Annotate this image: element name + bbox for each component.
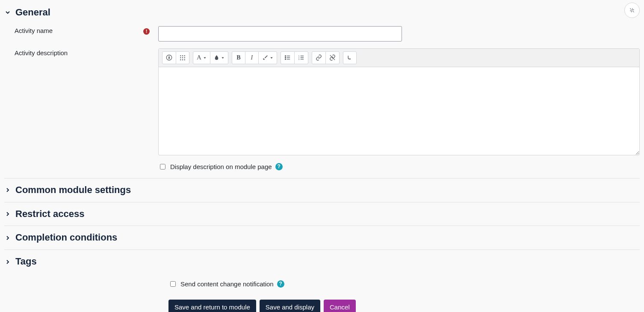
caret-down-icon — [221, 56, 225, 59]
svg-point-18 — [285, 59, 286, 60]
description-editor: A B I — [158, 48, 640, 155]
editor-link-button[interactable] — [312, 51, 326, 64]
editor-italic-button[interactable]: I — [245, 51, 259, 64]
save-display-button[interactable]: Save and display — [260, 300, 320, 312]
editor-a11y-button[interactable] — [162, 51, 176, 64]
caret-down-icon — [270, 56, 273, 59]
font-icon: A — [197, 54, 201, 61]
arrow-down-icon — [347, 55, 352, 60]
section-general-title: General — [15, 6, 50, 19]
chevron-right-icon — [4, 235, 11, 241]
svg-point-4 — [184, 55, 185, 56]
svg-point-7 — [184, 57, 185, 58]
send-notification-checkbox[interactable] — [170, 281, 176, 287]
editor-font-button[interactable]: A — [193, 51, 210, 64]
editor-unlink-button[interactable] — [325, 51, 340, 64]
collapse-icon — [629, 7, 635, 13]
editor-grid-button[interactable] — [176, 51, 189, 64]
svg-point-1 — [169, 56, 170, 57]
svg-point-3 — [182, 55, 183, 56]
svg-point-14 — [285, 56, 286, 56]
link-icon — [316, 54, 322, 61]
droplet-icon — [214, 55, 219, 60]
section-common-header[interactable]: Common module settings — [4, 178, 640, 202]
svg-text:3: 3 — [298, 58, 299, 60]
svg-point-5 — [180, 57, 181, 58]
label-activity-description: Activity description — [15, 48, 68, 57]
editor-highlight-button[interactable] — [258, 51, 277, 64]
help-icon[interactable]: ? — [277, 280, 284, 288]
svg-point-10 — [184, 59, 185, 60]
svg-point-6 — [182, 57, 183, 58]
section-common-title: Common module settings — [15, 184, 131, 197]
svg-point-16 — [285, 57, 286, 58]
caret-down-icon — [203, 56, 207, 59]
display-description-label: Display description on module page — [170, 162, 272, 171]
chevron-right-icon — [4, 211, 11, 217]
svg-point-2 — [180, 55, 181, 56]
required-icon: ! — [143, 28, 150, 35]
bold-icon: B — [236, 54, 240, 61]
unlink-icon — [329, 54, 336, 61]
svg-marker-11 — [204, 57, 206, 58]
label-activity-name: Activity name — [15, 26, 53, 35]
editor-color-button[interactable] — [210, 51, 228, 64]
chevron-right-icon — [4, 187, 11, 193]
grid-icon — [180, 55, 186, 61]
italic-icon: I — [251, 54, 253, 61]
display-description-checkbox[interactable] — [160, 164, 165, 169]
bullet-list-icon — [284, 54, 291, 61]
section-tags-title: Tags — [15, 255, 37, 268]
help-icon[interactable]: ? — [275, 163, 283, 170]
section-completion-title: Completion conditions — [15, 231, 117, 244]
brush-icon — [262, 55, 268, 61]
collapse-fullscreen-button[interactable] — [624, 3, 640, 18]
svg-point-9 — [182, 59, 183, 60]
svg-point-8 — [180, 59, 181, 60]
editor-toolbar: A B I — [159, 49, 639, 67]
section-restrict-title: Restrict access — [15, 208, 84, 221]
activity-name-input[interactable] — [158, 26, 402, 42]
editor-indent-button[interactable] — [343, 51, 357, 64]
section-general-header[interactable]: General — [4, 3, 640, 23]
svg-marker-12 — [222, 57, 224, 58]
accessibility-icon — [166, 54, 172, 61]
section-tags-header[interactable]: Tags — [4, 250, 640, 273]
section-completion-header[interactable]: Completion conditions — [4, 226, 640, 250]
cancel-button[interactable]: Cancel — [324, 300, 356, 312]
svg-marker-13 — [270, 57, 272, 58]
editor-bold-button[interactable]: B — [232, 51, 245, 64]
chevron-down-icon — [4, 9, 11, 16]
send-notification-label: Send content change notification — [180, 279, 274, 288]
chevron-right-icon — [4, 259, 11, 265]
save-return-button[interactable]: Save and return to module — [168, 300, 256, 312]
editor-ul-button[interactable] — [281, 51, 295, 64]
numbered-list-icon: 123 — [298, 54, 304, 61]
editor-ol-button[interactable]: 123 — [294, 51, 308, 64]
section-restrict-header[interactable]: Restrict access — [4, 202, 640, 226]
description-textarea[interactable] — [159, 67, 639, 155]
